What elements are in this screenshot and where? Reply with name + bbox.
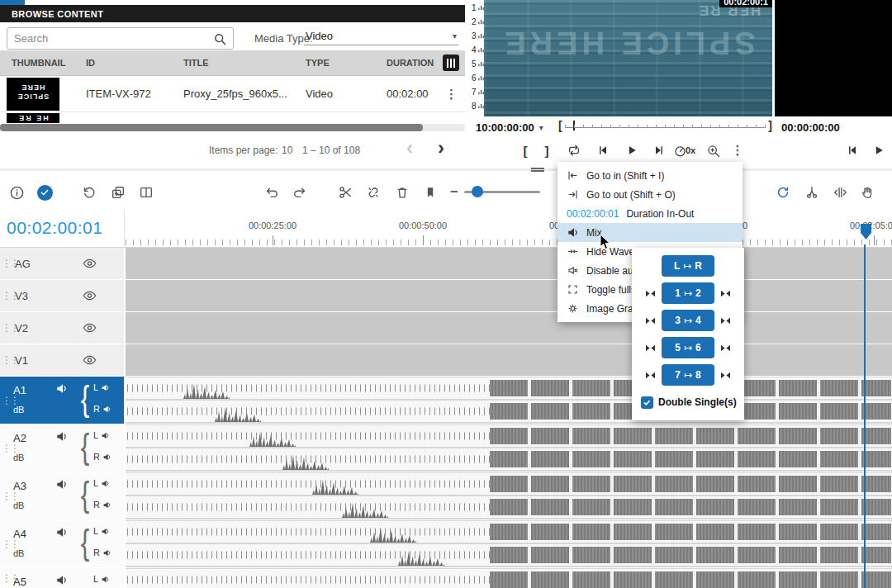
play-icon[interactable] bbox=[869, 140, 889, 160]
db-label[interactable]: dB bbox=[13, 453, 24, 462]
db-label[interactable]: dB bbox=[13, 405, 24, 415]
channel-left[interactable]: L bbox=[93, 526, 110, 536]
channel-split-icon[interactable] bbox=[720, 344, 731, 353]
channel-right[interactable]: R bbox=[93, 548, 112, 557]
undo-icon[interactable] bbox=[262, 183, 282, 202]
audio-clip-blocks[interactable] bbox=[490, 451, 891, 467]
playhead-line[interactable] bbox=[864, 244, 866, 588]
next-page-icon[interactable]: › bbox=[438, 139, 444, 157]
column-picker-icon[interactable] bbox=[443, 55, 459, 71]
reset-history-icon[interactable] bbox=[79, 183, 99, 202]
audio-lane-a5[interactable] bbox=[126, 568, 892, 588]
visibility-eye-icon[interactable] bbox=[83, 258, 97, 269]
track-header-a2[interactable]: ⋮⋮ A2 dB { L R bbox=[0, 424, 124, 472]
mix-56-button[interactable]: 5↦6 bbox=[662, 337, 714, 358]
audio-lane-a1[interactable] bbox=[126, 377, 892, 424]
track-header-v3[interactable]: ⋮⋮ V3 bbox=[0, 280, 124, 311]
channel-split-icon[interactable] bbox=[720, 371, 731, 380]
zoom-slider-thumb[interactable] bbox=[472, 186, 483, 197]
channel-right[interactable]: R bbox=[93, 500, 112, 510]
loop-playback-icon[interactable] bbox=[564, 140, 584, 160]
more-options-icon[interactable]: ⋮ bbox=[728, 140, 747, 160]
track-header-ag[interactable]: ⋮⋮ AG bbox=[0, 248, 124, 279]
speaker-icon[interactable] bbox=[55, 430, 68, 443]
media-thumbnail-partial[interactable]: HE RE bbox=[7, 113, 59, 123]
channel-split-icon[interactable] bbox=[720, 289, 731, 298]
marker-flag-icon[interactable] bbox=[420, 183, 440, 202]
mark-in-button[interactable]: [ bbox=[515, 140, 535, 160]
channel-right[interactable]: R bbox=[93, 452, 112, 462]
audio-clip-blocks[interactable] bbox=[490, 524, 891, 540]
search-icon[interactable] bbox=[213, 32, 226, 45]
razor-icon[interactable] bbox=[802, 183, 822, 202]
row-more-icon[interactable]: ⋮ bbox=[445, 87, 458, 102]
scrubber-track[interactable] bbox=[565, 123, 766, 128]
media-type-select[interactable]: Video ▾ bbox=[304, 27, 458, 45]
mix-34-button[interactable]: 3↦4 bbox=[662, 310, 714, 331]
channel-split-icon[interactable] bbox=[645, 371, 656, 380]
drag-handle-icon[interactable]: ⋮⋮ bbox=[2, 396, 18, 405]
timeline-ruler[interactable]: 00:00:25:00 00:00:50:00 00:01:15:00 00:0… bbox=[126, 210, 892, 248]
cut-icon[interactable] bbox=[335, 183, 355, 202]
media-item-row[interactable]: SPLICE HERE ITEM-VX-972 Proxy_25fps_960x… bbox=[0, 76, 465, 112]
channel-split-icon[interactable] bbox=[645, 344, 656, 353]
trim-icon[interactable] bbox=[830, 183, 850, 202]
info-icon[interactable] bbox=[7, 183, 26, 202]
channel-row[interactable]: 3 bbox=[469, 29, 484, 43]
prev-frame-icon[interactable] bbox=[842, 140, 862, 160]
compare-split-icon[interactable] bbox=[136, 183, 156, 202]
add-layer-icon[interactable] bbox=[108, 183, 128, 202]
track-header-a4[interactable]: ⋮⋮ A4 dB { L R bbox=[0, 520, 124, 567]
track-header-v1[interactable]: ⋮⋮ V1 bbox=[0, 344, 124, 376]
playhead-marker[interactable] bbox=[861, 224, 871, 239]
items-per-page-value[interactable]: 10 bbox=[282, 145, 292, 156]
auto-refresh-icon[interactable] bbox=[773, 183, 793, 202]
audio-sublane-l[interactable] bbox=[126, 521, 892, 543]
speaker-icon[interactable] bbox=[55, 478, 68, 491]
audio-lane-a2[interactable] bbox=[126, 424, 892, 472]
menu-go-to-in[interactable]: Go to in (Shift + I) bbox=[558, 166, 743, 185]
col-type[interactable]: TYPE bbox=[306, 58, 330, 68]
col-duration[interactable]: DURATION bbox=[387, 58, 434, 68]
mark-out-button[interactable]: ] bbox=[537, 140, 557, 160]
source-video-viewport[interactable]: SPLICE HERE HER RE 00:02:00:1 bbox=[484, 0, 772, 116]
video-lane-v1[interactable] bbox=[126, 344, 892, 376]
channel-left[interactable]: L bbox=[93, 382, 110, 392]
col-id[interactable]: ID bbox=[86, 58, 95, 68]
horizontal-scrollbar[interactable] bbox=[0, 124, 465, 131]
visibility-eye-icon[interactable] bbox=[83, 323, 97, 334]
audio-sublane-r[interactable] bbox=[126, 448, 892, 470]
next-frame-icon[interactable] bbox=[649, 140, 669, 160]
audio-clip-blocks[interactable] bbox=[490, 499, 891, 515]
drag-handle-icon[interactable]: ⋮⋮ bbox=[2, 491, 18, 500]
audio-lane-a3[interactable] bbox=[126, 472, 892, 519]
audio-sublane-r[interactable] bbox=[126, 496, 892, 518]
audio-sublane-r[interactable] bbox=[126, 401, 892, 422]
audio-sublane-r[interactable] bbox=[126, 544, 892, 566]
track-header-a1[interactable]: ⋮⋮ A1 dB { L R bbox=[0, 377, 124, 424]
double-singles-checkbox[interactable] bbox=[641, 396, 653, 409]
zoom-in-icon[interactable] bbox=[703, 140, 723, 160]
channel-row[interactable]: 8 bbox=[469, 99, 484, 113]
drag-handle-icon[interactable]: ⋮⋮ bbox=[2, 443, 18, 453]
db-label[interactable]: dB bbox=[13, 548, 24, 558]
channel-row[interactable]: 7 bbox=[469, 85, 484, 99]
record-video-viewport[interactable] bbox=[775, 0, 892, 116]
menu-go-to-out[interactable]: Go to out (Shift + O) bbox=[558, 185, 743, 204]
channel-row[interactable]: 5 bbox=[469, 57, 484, 71]
prev-page-icon[interactable]: ‹ bbox=[406, 139, 413, 157]
media-thumbnail[interactable]: SPLICE HERE bbox=[7, 78, 59, 111]
channel-row[interactable]: 1 bbox=[469, 1, 484, 15]
track-header-v2[interactable]: ⋮⋮ V2 bbox=[0, 312, 124, 344]
channel-left[interactable]: L bbox=[93, 430, 110, 440]
audio-clip-blocks[interactable] bbox=[490, 571, 891, 588]
pan-hand-icon[interactable] bbox=[857, 183, 877, 202]
col-title[interactable]: TITLE bbox=[183, 58, 209, 68]
speaker-icon[interactable] bbox=[55, 574, 68, 586]
visibility-eye-icon[interactable] bbox=[83, 291, 97, 301]
audio-clip-blocks[interactable] bbox=[490, 428, 891, 444]
channel-row[interactable]: 2 bbox=[469, 15, 484, 29]
video-lane-v3[interactable] bbox=[126, 280, 892, 311]
audio-sublane-l[interactable] bbox=[126, 425, 892, 447]
db-label[interactable]: dB bbox=[13, 500, 24, 510]
